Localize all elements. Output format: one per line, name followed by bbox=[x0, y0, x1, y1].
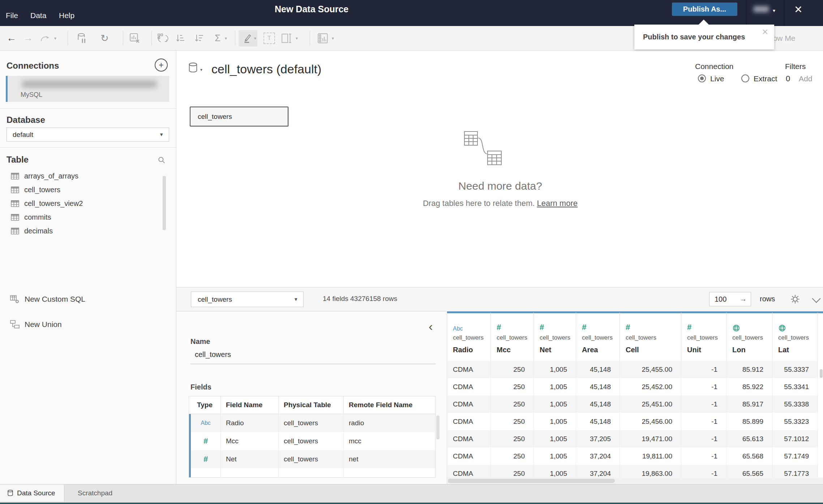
table-name-input[interactable]: cell_towers bbox=[195, 350, 231, 359]
grid-row[interactable]: CDMA2501,00545,14825,451.00-185.91755.33… bbox=[447, 396, 818, 413]
refresh-icon[interactable]: ↻ bbox=[100, 26, 109, 50]
menu-data[interactable]: Data bbox=[30, 11, 46, 20]
pause-updates-icon[interactable] bbox=[77, 26, 87, 50]
sidebar-table-item[interactable]: cell_towers_view2 bbox=[0, 197, 170, 210]
datasource-title: cell_towers (default) bbox=[211, 62, 321, 76]
grid-cell: 1,005 bbox=[534, 378, 576, 396]
column-table-name: cell_towers bbox=[582, 334, 620, 341]
publish-as-button[interactable]: Publish As... bbox=[672, 3, 737, 16]
fields-table-row[interactable]: # Net cell_towers net bbox=[189, 450, 435, 468]
grid-column-header[interactable]: # cell_towers Area bbox=[576, 311, 620, 361]
fields-table-scrollbar[interactable] bbox=[436, 415, 440, 439]
tab-data-source[interactable]: Data Source bbox=[0, 484, 64, 501]
back-button-icon[interactable]: ← bbox=[7, 26, 16, 50]
column-type-icon: # bbox=[687, 322, 726, 332]
tab-scratchpad[interactable]: Scratchpad bbox=[78, 484, 112, 501]
clear-sheet-icon[interactable] bbox=[129, 26, 140, 50]
fields-table-row[interactable]: # Mcc cell_towers mcc bbox=[189, 432, 435, 450]
new-custom-sql-button[interactable]: New Custom SQL bbox=[0, 292, 180, 306]
add-connection-icon[interactable]: + bbox=[155, 59, 168, 72]
grid-column-header[interactable]: cell_towers Lon bbox=[726, 311, 772, 361]
totals-sigma-icon[interactable]: Σ bbox=[215, 26, 220, 50]
account-name-redacted[interactable] bbox=[754, 6, 769, 12]
grid-cell: 25,451.00 bbox=[620, 396, 681, 413]
preview-table-select[interactable]: cell_towers ▼ bbox=[191, 292, 304, 307]
sidebar-table-item[interactable]: cell_towers bbox=[0, 183, 170, 197]
grid-horizontal-scrollbar-thumb[interactable] bbox=[448, 479, 615, 483]
grid-row[interactable]: CDMA2501,00545,14825,452.00-185.92255.33… bbox=[447, 378, 818, 396]
tooltip-close-icon[interactable]: ✕ bbox=[762, 27, 768, 37]
connection-item[interactable]: MySQL bbox=[6, 76, 169, 102]
grid-column-header[interactable]: # cell_towers Unit bbox=[681, 311, 726, 361]
field-name-cell: Mcc bbox=[221, 432, 279, 450]
sort-ascending-icon[interactable] bbox=[176, 26, 186, 50]
grid-row[interactable]: CDMA2501,00545,14825,455.00-185.91255.33… bbox=[447, 361, 818, 378]
grid-vertical-scrollbar[interactable] bbox=[820, 369, 823, 378]
redo-chevron-icon[interactable]: ▾ bbox=[54, 26, 56, 50]
filters-add-link[interactable]: Add bbox=[799, 74, 812, 83]
grid-cell: 19,863.00 bbox=[620, 465, 681, 478]
sidebar-table-item[interactable]: arrays_of_arrays bbox=[0, 169, 170, 183]
grid-row[interactable]: CDMA2501,00545,14825,456.00-185.89955.33… bbox=[447, 413, 818, 430]
menu-help[interactable]: Help bbox=[59, 11, 74, 20]
swap-rows-columns-icon[interactable] bbox=[157, 26, 168, 50]
grid-cell: 45,148 bbox=[576, 361, 620, 378]
grid-column-header[interactable]: # cell_towers Mcc bbox=[491, 311, 534, 361]
grid-column-header[interactable]: Abc cell_towers Radio bbox=[447, 311, 491, 361]
grid-column-header[interactable]: # cell_towers Net bbox=[534, 311, 576, 361]
apply-row-count-icon[interactable]: → bbox=[740, 295, 747, 303]
highlight-chevron-icon[interactable]: ▾ bbox=[254, 26, 256, 50]
grid-row[interactable]: CDMA2501,00537,20519,471.00-165.61357.10… bbox=[447, 430, 818, 448]
column-field-name: Cell bbox=[626, 346, 681, 354]
extract-radio[interactable] bbox=[741, 74, 749, 82]
live-radio[interactable] bbox=[698, 74, 706, 82]
sort-descending-icon[interactable] bbox=[194, 26, 205, 50]
close-window-icon[interactable]: ✕ bbox=[794, 5, 802, 15]
account-chevron-down-icon[interactable]: ▾ bbox=[773, 8, 775, 13]
sort-chevron-down-icon[interactable] bbox=[812, 294, 820, 303]
column-field-name: Net bbox=[540, 346, 576, 354]
totals-chevron-icon[interactable]: ▾ bbox=[225, 26, 227, 50]
datasource-database-icon[interactable] bbox=[188, 62, 198, 75]
gear-icon[interactable] bbox=[790, 294, 800, 306]
preview-controls: cell_towers ▼ 14 fields 43276158 rows → … bbox=[176, 287, 823, 311]
column-table-name: cell_towers bbox=[778, 334, 818, 341]
fit-chevron-icon[interactable]: ▾ bbox=[296, 26, 298, 50]
connection-section-label: Connection bbox=[695, 62, 733, 71]
collapse-panel-icon[interactable]: ‹ bbox=[429, 319, 433, 333]
extract-radio-label[interactable]: Extract bbox=[754, 74, 777, 83]
fit-layout-icon[interactable] bbox=[281, 26, 293, 50]
column-table-name: cell_towers bbox=[732, 334, 772, 341]
grid-column-header[interactable]: # cell_towers Cell bbox=[620, 311, 681, 361]
need-more-data-title: Need more data? bbox=[446, 180, 554, 192]
grid-cell: 25,452.00 bbox=[620, 378, 681, 396]
highlight-pen-icon[interactable] bbox=[243, 26, 253, 50]
grid-horizontal-scrollbar-track[interactable] bbox=[447, 478, 823, 484]
sidebar-divider bbox=[0, 108, 176, 109]
learn-more-link[interactable]: Learn more bbox=[537, 199, 578, 208]
grid-row[interactable]: CDMA2501,00537,20419,811.00-165.56857.17… bbox=[447, 448, 818, 465]
grid-cell: 37,204 bbox=[576, 448, 620, 465]
new-union-button[interactable]: New Union bbox=[0, 317, 180, 332]
menu-file[interactable]: File bbox=[6, 11, 18, 20]
text-label-icon[interactable]: T bbox=[263, 26, 275, 50]
forward-button-icon[interactable]: → bbox=[23, 26, 33, 50]
table-icon bbox=[11, 200, 19, 207]
sidebar-table-item[interactable]: commits bbox=[0, 210, 170, 224]
fields-table-row[interactable]: Abc Radio cell_towers radio bbox=[189, 414, 435, 432]
live-radio-label[interactable]: Live bbox=[710, 74, 724, 83]
grid-cell: 250 bbox=[491, 378, 534, 396]
grid-column-header[interactable]: cell_towers Lat bbox=[772, 311, 818, 361]
grid-row[interactable]: CDMA2501,00537,20419,863.00-165.56557.17… bbox=[447, 465, 818, 478]
redo-icon[interactable] bbox=[40, 26, 51, 50]
search-icon[interactable] bbox=[158, 156, 166, 165]
logical-table-card[interactable]: cell_towers bbox=[190, 107, 288, 126]
show-me-chevron-icon[interactable]: ▾ bbox=[332, 26, 334, 50]
database-select[interactable]: default ▼ bbox=[7, 128, 169, 142]
show-me-panel-icon[interactable] bbox=[317, 26, 329, 50]
col-physical-table-header: Physical Table bbox=[279, 396, 344, 414]
datasource-chevron-icon[interactable]: ▾ bbox=[200, 67, 202, 72]
sidebar-table-item[interactable]: decimals bbox=[0, 224, 170, 238]
fields-table-row-partial bbox=[189, 468, 435, 478]
sidebar-scrollbar[interactable] bbox=[163, 176, 166, 230]
